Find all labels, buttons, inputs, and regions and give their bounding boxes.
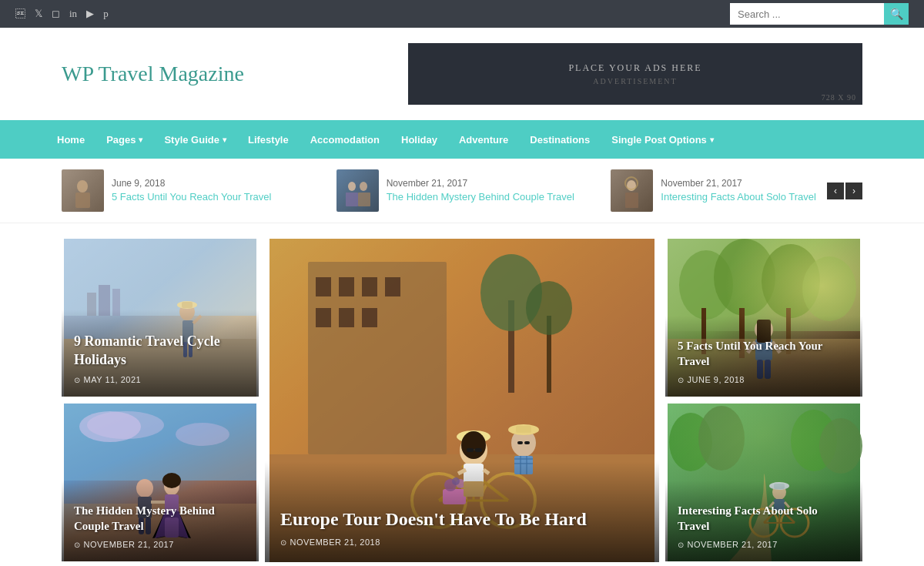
recent-post-1[interactable]: June 9, 2018 5 Facts Until You Reach You…: [62, 169, 313, 212]
recent-info-1: June 9, 2018 5 Facts Until You Reach You…: [112, 178, 271, 204]
recent-title-2: The Hidden Mystery Behind Couple Travel: [387, 191, 574, 204]
svg-rect-29: [339, 277, 354, 296]
recent-post-3[interactable]: November 21, 2017 Interesting Facts Abou…: [611, 169, 862, 212]
twitter-icon[interactable]: 𝕏: [35, 8, 42, 20]
nav-item-single-post-options[interactable]: Single Post Options ▾: [601, 120, 725, 159]
pinterest-icon[interactable]: p: [103, 8, 109, 20]
ad-size-text: 728 X 90: [822, 93, 856, 102]
nav-item-destinations[interactable]: Destinations: [519, 120, 601, 159]
search-icon: 🔍: [890, 8, 903, 20]
ad-main-text: PLACE YOUR ADS HERE: [568, 62, 701, 74]
card-bottom-right-overlay: Interesting Facts About Solo Travel NOVE…: [665, 481, 862, 561]
nav-label-home: Home: [57, 134, 85, 146]
svg-rect-34: [362, 308, 377, 327]
svg-point-1: [77, 180, 88, 193]
svg-rect-20: [182, 302, 192, 308]
search-bar: 🔍: [730, 3, 909, 25]
recent-thumb-2: [336, 169, 379, 212]
recent-post-2[interactable]: November 21, 2017 The Hidden Mystery Beh…: [336, 169, 588, 212]
svg-point-54: [461, 431, 486, 459]
card-large-title: Europe Tour Doesn't Have To Be Hard: [280, 507, 644, 531]
svg-point-93: [87, 411, 164, 439]
card-large-overlay: Europe Tour Doesn't Have To Be Hard NOVE…: [265, 461, 659, 562]
recent-date-1: June 9, 2018: [112, 178, 271, 189]
card-top-left-title: 9 Romantic Travel Cycle Holidays: [74, 333, 246, 369]
chevron-down-icon: ▾: [710, 136, 714, 144]
top-bar:  𝕏 ◻ in ▶ p 🔍: [0, 0, 924, 28]
nav-item-adventure[interactable]: Adventure: [448, 120, 519, 159]
card-bottom-left[interactable]: The Hidden Mystery Behind Couple Travel …: [62, 404, 259, 561]
card-top-right-title: 5 Facts Until You Reach Your Travel: [678, 339, 850, 369]
chevron-down-icon: ▾: [223, 136, 226, 144]
card-bottom-left-overlay: The Hidden Mystery Behind Couple Travel …: [62, 481, 259, 561]
svg-rect-55: [467, 448, 474, 452]
nav-item-pages[interactable]: Pages ▾: [95, 120, 153, 159]
prev-arrow-button[interactable]: ‹: [827, 183, 844, 199]
recent-title-3: Interesting Facts About Solo Travel: [661, 191, 816, 204]
card-bottom-right-date: NOVEMBER 21, 2017: [678, 540, 850, 549]
recent-thumb-3: [611, 169, 653, 212]
recent-thumb-1: [62, 169, 104, 212]
nav-item-lifestyle[interactable]: Lifestyle: [237, 120, 300, 159]
recent-date-2: November 21, 2017: [387, 178, 574, 189]
nav-item-style-guide[interactable]: Style Guide ▾: [153, 120, 237, 159]
svg-rect-65: [517, 441, 523, 444]
card-bottom-left-title: The Hidden Mystery Behind Couple Travel: [74, 504, 246, 534]
svg-rect-31: [385, 277, 400, 296]
recent-title-1: 5 Facts Until You Reach Your Travel: [112, 191, 271, 204]
nav-label-holiday: Holiday: [401, 134, 437, 146]
search-input[interactable]: [730, 3, 884, 25]
card-top-right-date: JUNE 9, 2018: [678, 375, 850, 384]
instagram-icon[interactable]: ◻: [52, 8, 60, 20]
facebook-icon[interactable]: : [15, 8, 25, 20]
recent-nav-arrows: ‹ ›: [827, 183, 862, 199]
header: WP Travel Magazine PLACE YOUR ADS HERE A…: [0, 28, 924, 120]
svg-point-5: [360, 182, 367, 191]
card-top-right[interactable]: 5 Facts Until You Reach Your Travel JUNE…: [665, 239, 862, 397]
card-large-date: NOVEMBER 21, 2018: [280, 538, 644, 547]
svg-rect-32: [316, 308, 331, 327]
nav-label-single-post-options: Single Post Options: [611, 134, 707, 146]
nav-label-accomodation: Accomodation: [310, 134, 380, 146]
svg-point-94: [176, 423, 229, 446]
social-icons:  𝕏 ◻ in ▶ p: [15, 8, 109, 20]
main-nav: Home Pages ▾ Style Guide ▾ Lifestyle Acc…: [0, 120, 924, 159]
search-button[interactable]: 🔍: [884, 3, 909, 25]
recent-info-3: November 21, 2017 Interesting Facts Abou…: [661, 178, 816, 204]
card-large[interactable]: Europe Tour Doesn't Have To Be Hard NOVE…: [265, 239, 659, 562]
recent-posts-strip: June 9, 2018 5 Facts Until You Reach You…: [0, 159, 924, 223]
svg-rect-66: [524, 441, 530, 444]
ad-sub-text: ADVERTISEMENT: [593, 77, 677, 85]
nav-label-lifestyle: Lifestyle: [248, 134, 289, 146]
main-grid: 9 Romantic Travel Cycle Holidays MAY 11,…: [0, 223, 924, 566]
next-arrow-button[interactable]: ›: [845, 183, 862, 199]
linkedin-icon[interactable]: in: [69, 8, 77, 20]
ad-banner: PLACE YOUR ADS HERE ADVERTISEMENT 728 X …: [408, 43, 862, 105]
svg-rect-64: [516, 426, 531, 433]
nav-label-adventure: Adventure: [459, 134, 508, 146]
card-bottom-right-title: Interesting Facts About Solo Travel: [678, 504, 850, 534]
nav-item-home[interactable]: Home: [46, 120, 95, 159]
nav-label-destinations: Destinations: [530, 134, 590, 146]
svg-rect-28: [316, 277, 331, 296]
nav-list: Home Pages ▾ Style Guide ▾ Lifestyle Acc…: [46, 120, 878, 159]
chevron-down-icon: ▾: [139, 136, 142, 144]
card-bottom-right[interactable]: Interesting Facts About Solo Travel NOVE…: [665, 404, 862, 561]
recent-info-2: November 21, 2017 The Hidden Mystery Beh…: [387, 178, 574, 204]
svg-point-4: [348, 182, 356, 191]
youtube-icon[interactable]: ▶: [86, 8, 94, 20]
card-top-left[interactable]: 9 Romantic Travel Cycle Holidays MAY 11,…: [62, 239, 259, 397]
card-top-left-date: MAY 11, 2021: [74, 375, 246, 384]
svg-rect-10: [625, 193, 638, 208]
svg-rect-7: [358, 193, 370, 206]
recent-date-3: November 21, 2017: [661, 178, 816, 189]
card-top-left-overlay: 9 Romantic Travel Cycle Holidays MAY 11,…: [62, 310, 259, 397]
svg-point-38: [526, 281, 572, 335]
svg-rect-33: [339, 308, 354, 327]
nav-item-accomodation[interactable]: Accomodation: [300, 120, 390, 159]
nav-label-style-guide: Style Guide: [164, 134, 219, 146]
nav-label-pages: Pages: [106, 134, 136, 146]
nav-item-holiday[interactable]: Holiday: [390, 120, 448, 159]
site-logo[interactable]: WP Travel Magazine: [62, 62, 244, 86]
svg-rect-6: [346, 193, 358, 206]
